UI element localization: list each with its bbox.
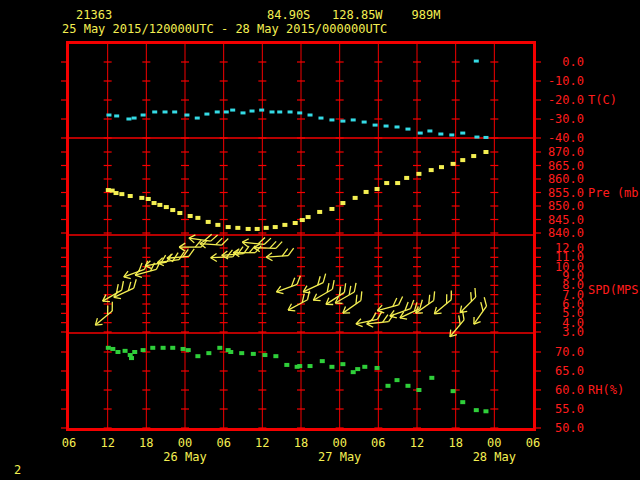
barb-feather <box>276 241 282 248</box>
hour-label: 00 <box>332 436 346 450</box>
wind-barb <box>445 311 471 340</box>
axis-tick-label: 865.0 <box>548 159 584 173</box>
axis-tick-label: 50.0 <box>555 421 584 435</box>
axis-tick-label: 870.0 <box>548 145 584 159</box>
pressure-point <box>157 203 162 207</box>
humidity-point <box>395 378 400 382</box>
pressure-point <box>152 201 157 205</box>
temperature-point <box>270 110 275 113</box>
pressure-point <box>429 168 434 172</box>
humidity-point <box>355 367 360 371</box>
axis-tick-label: 0.0 <box>562 55 584 69</box>
pressure-point <box>128 194 133 198</box>
temperature-point <box>259 109 264 112</box>
humidity-point <box>195 354 200 358</box>
humidity-point <box>181 347 186 351</box>
humidity-point <box>351 370 356 374</box>
pressure-point <box>170 208 175 212</box>
humidity-point <box>273 354 278 358</box>
temperature-point <box>195 117 200 120</box>
pressure-point <box>264 226 269 230</box>
pressure-point <box>273 225 278 229</box>
pressure-point <box>195 216 200 220</box>
humidity-point <box>297 364 302 368</box>
barb-feather <box>216 238 222 245</box>
temperature-point <box>427 129 432 132</box>
pressure-point <box>114 191 119 195</box>
barb-feather <box>264 237 271 245</box>
barb-feather <box>108 302 117 311</box>
barb-feather <box>352 295 361 304</box>
pressure-point <box>226 225 231 229</box>
pressure-point <box>471 154 476 158</box>
pressure-point <box>416 172 421 176</box>
axis-tick-label: 840.0 <box>548 226 584 240</box>
axis-tick-label: -10.0 <box>548 74 584 88</box>
humidity-point <box>308 364 313 368</box>
pressure-point <box>375 187 380 191</box>
barb-staff <box>222 254 244 256</box>
pressure-point <box>119 192 124 196</box>
temperature-point <box>373 124 378 127</box>
barb-staff <box>434 300 451 314</box>
humidity-point <box>150 346 155 350</box>
pressure-point <box>384 181 389 185</box>
temperature-point <box>277 110 282 113</box>
pressure-point <box>364 190 369 194</box>
barb-feather <box>188 249 195 256</box>
hour-label: 18 <box>139 436 153 450</box>
temperature-point <box>329 118 334 121</box>
temperature-point <box>204 113 209 116</box>
barb-feather <box>222 238 228 245</box>
barb-staff <box>211 257 233 258</box>
temperature-point <box>224 110 229 113</box>
hour-label: 12 <box>255 436 269 450</box>
humidity-series <box>106 346 489 413</box>
humidity-point <box>110 347 115 351</box>
temperature-point <box>215 110 220 113</box>
humidity-point <box>340 362 345 366</box>
barb-feather <box>131 279 139 288</box>
barb-feather <box>324 283 333 292</box>
barb-feather <box>466 292 475 301</box>
temperature-point <box>141 114 146 117</box>
pressure-point <box>451 162 456 166</box>
pressure-point <box>306 215 311 219</box>
humidity-point <box>132 350 137 354</box>
wind-barb <box>91 302 120 328</box>
temperature-point <box>362 121 367 124</box>
pressure-point <box>235 226 240 230</box>
pressure-point <box>164 205 169 209</box>
date-label: 26 May <box>163 450 206 464</box>
hour-label: 06 <box>216 436 230 450</box>
humidity-point <box>217 346 222 350</box>
barb-feather <box>477 302 486 311</box>
humidity-point <box>483 409 488 413</box>
barb-feather <box>320 274 328 283</box>
temperature-point <box>418 132 423 135</box>
pressure-point <box>329 207 334 211</box>
barb-feather <box>288 248 294 255</box>
barb-feather <box>341 283 350 292</box>
pressure-point <box>177 211 182 215</box>
humidity-point <box>375 366 380 370</box>
temperature-point <box>405 128 410 131</box>
barb-feather <box>430 291 439 300</box>
pressure-point <box>293 221 298 225</box>
hour-label: 06 <box>526 436 540 450</box>
meteogram-screen: 21363 84.90S 128.85W 989M 25 May 2015/12… <box>0 0 640 480</box>
meteogram-plot: 0.0-10.0-20.0-30.0-40.0T(C)870.0865.0860… <box>0 0 640 480</box>
temperature-point <box>483 136 488 139</box>
axis-tick-label: 55.0 <box>555 402 584 416</box>
temperature-point <box>297 111 302 114</box>
temperature-point <box>106 114 111 117</box>
humidity-point <box>228 350 233 354</box>
barb-feather <box>346 286 355 295</box>
pressure-point <box>139 196 144 200</box>
axis-tick-label: 850.0 <box>548 199 584 213</box>
pressure-point <box>439 165 444 169</box>
temperature-point <box>126 118 131 121</box>
hour-label: 06 <box>62 436 76 450</box>
wind-barb <box>300 274 330 296</box>
temperature-point <box>449 133 454 136</box>
